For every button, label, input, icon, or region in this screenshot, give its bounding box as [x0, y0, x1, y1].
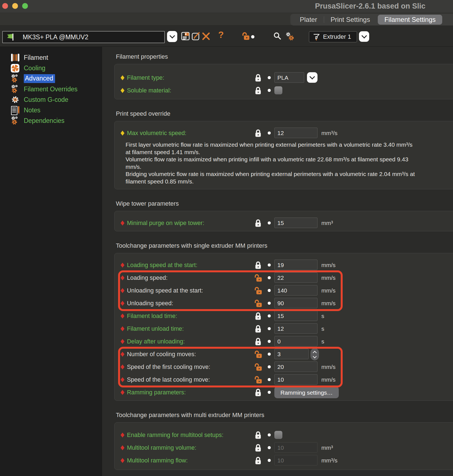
lock-closed-icon[interactable]	[254, 456, 263, 465]
save-preset-button[interactable]	[181, 32, 190, 40]
value-dot-icon	[268, 131, 271, 134]
value-input[interactable]: 3	[274, 349, 309, 359]
select-chevron-button[interactable]	[307, 72, 317, 83]
value-dot-icon	[268, 340, 271, 343]
lock-closed-icon[interactable]	[254, 74, 263, 82]
value-dot-icon	[268, 446, 271, 449]
yellow-diamond-indicator	[121, 131, 124, 136]
lock-closed-icon[interactable]	[254, 444, 263, 452]
ramming-settings-button[interactable]: Ramming settings…	[274, 387, 339, 398]
value-input[interactable]: 10	[274, 374, 317, 385]
unit-label: mm/s	[321, 361, 335, 373]
sidebar-item-filament-overrides[interactable]: Filament Overrides	[0, 84, 102, 94]
setting-row: Loading speed at the start: 19 mm/s	[114, 259, 453, 271]
setting-label: Soluble material:	[127, 87, 171, 94]
toolbar-lock-button[interactable]	[242, 32, 250, 40]
lock-closed-icon[interactable]	[254, 86, 263, 95]
filament-preset-combobox[interactable]: MK3S+ PLA @MMUV2	[2, 31, 165, 43]
value-input[interactable]: 10	[274, 442, 317, 453]
setting-label: Loading speed:	[127, 275, 168, 281]
unit-label: mm³/s	[321, 127, 337, 139]
tab-band: PlaterPrint SettingsFilament Settings	[0, 13, 453, 25]
edit-preset-button[interactable]	[192, 32, 201, 41]
lock-open-icon[interactable]	[254, 376, 263, 384]
setting-row: Number of cooling moves: 3	[114, 348, 453, 361]
lock-closed-icon[interactable]	[254, 325, 263, 333]
lock-closed-icon	[254, 337, 262, 346]
setting-row: Delay after unloading: 0 s	[114, 335, 453, 348]
checkbox-unchecked[interactable]	[274, 86, 282, 94]
value-input[interactable]: 0	[274, 336, 317, 346]
lock-open-icon[interactable]	[254, 350, 263, 359]
value-select[interactable]: PLA	[274, 72, 304, 83]
lock-closed-icon[interactable]	[254, 129, 263, 138]
red-diamond-indicator	[121, 445, 124, 450]
sidebar-item-cooling[interactable]: Cooling	[0, 63, 102, 73]
lock-closed-icon[interactable]	[254, 337, 263, 346]
settings-panel: Filament properties Filament type: PLA S…	[102, 47, 453, 476]
lock-closed-icon	[254, 325, 262, 333]
value-dot-icon	[268, 76, 271, 79]
setting-label: Speed of the first cooling move:	[127, 364, 210, 371]
extruder-combobox[interactable]: Extruder 1	[309, 31, 357, 42]
sidebar-item-advanced[interactable]: Advanced	[0, 73, 102, 84]
unlock-icon	[242, 32, 250, 40]
red-diamond-indicator	[121, 377, 124, 382]
lock-closed-icon[interactable]	[254, 431, 263, 439]
lock-closed-icon[interactable]	[254, 312, 263, 320]
value-input[interactable]: 12	[274, 128, 317, 138]
preset-dropdown-chevron-button[interactable]	[167, 31, 177, 42]
lock-open-icon	[254, 363, 262, 371]
spin-stepper[interactable]	[311, 348, 319, 360]
lock-open-icon	[254, 286, 262, 295]
value-input[interactable]: 140	[274, 285, 317, 296]
tab-plater[interactable]: Plater	[293, 14, 324, 25]
single-gear-icon	[11, 95, 20, 104]
sidebar-item-filament[interactable]: Filament	[0, 52, 102, 63]
sidebar-item-notes[interactable]: Notes	[0, 105, 102, 115]
content-area: FilamentCooling Advanced Filament Overri…	[0, 46, 453, 476]
zoom-window-button[interactable]	[22, 3, 28, 9]
lock-open-icon	[254, 350, 262, 359]
sidebar-item-dependencies[interactable]: Dependencies	[0, 115, 102, 126]
minimize-window-button[interactable]	[12, 3, 18, 9]
value-input[interactable]: 22	[274, 272, 317, 283]
setting-label: Multitool ramming flow:	[127, 457, 188, 464]
setting-label: Unloading speed at the start:	[127, 287, 203, 294]
unit-label: mm/s	[321, 297, 335, 310]
value-input[interactable]: 15	[274, 218, 317, 228]
checkbox-unchecked[interactable]	[274, 431, 282, 439]
value-input[interactable]: 90	[274, 298, 317, 308]
close-window-button[interactable]	[2, 3, 8, 9]
lock-closed-icon[interactable]	[254, 219, 263, 227]
search-button[interactable]	[273, 32, 282, 40]
value-input[interactable]: 20	[274, 361, 317, 372]
section-filament-properties: Filament properties Filament type: PLA S…	[114, 53, 453, 99]
lock-open-icon[interactable]	[254, 286, 263, 295]
setting-row: Minimal purge on wipe tower: 15 mm³	[114, 217, 453, 229]
lock-closed-icon[interactable]	[254, 261, 263, 270]
value-input[interactable]: 15	[274, 311, 317, 321]
sidebar-item-custom-g-code[interactable]: Custom G-code	[0, 94, 102, 105]
section-title: Toolchange parameters with multi extrude…	[116, 411, 453, 419]
lock-open-icon[interactable]	[254, 363, 263, 371]
gears-icon	[11, 84, 20, 94]
extruder-name: Extruder 1	[323, 33, 351, 40]
main-tabs: PlaterPrint SettingsFilament Settings	[290, 14, 453, 25]
value-input[interactable]: 19	[274, 260, 317, 270]
value-input[interactable]: 10	[274, 455, 317, 465]
delete-preset-button[interactable]	[202, 32, 210, 41]
section-toolchange-parameters-with-single-extrud: Toolchange parameters with single extrud…	[114, 242, 453, 401]
compare-presets-button[interactable]	[285, 32, 294, 41]
help-button[interactable]: ?	[218, 30, 224, 40]
value-input[interactable]: 12	[274, 323, 317, 334]
lock-open-icon[interactable]	[254, 274, 263, 282]
lock-closed-icon[interactable]	[254, 388, 263, 397]
section-title: Toolchange parameters with single extrud…	[116, 242, 453, 250]
lock-open-icon[interactable]	[254, 299, 263, 308]
section-title: Print speed override	[116, 110, 453, 118]
tab-print-settings[interactable]: Print Settings	[324, 14, 377, 25]
settings-group: Filament type: PLA Soluble material:	[114, 64, 453, 99]
tab-filament-settings[interactable]: Filament Settings	[378, 15, 442, 25]
extruder-dropdown-chevron-button[interactable]	[359, 31, 369, 42]
